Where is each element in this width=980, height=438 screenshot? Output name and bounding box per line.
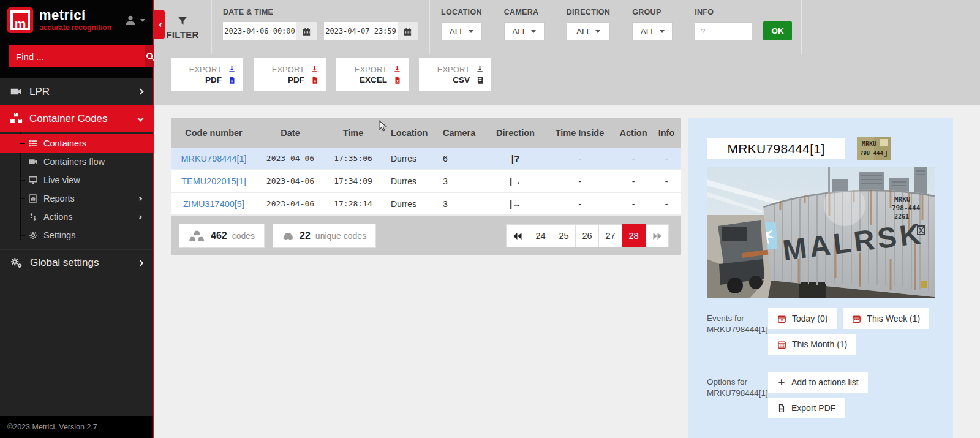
chevron-left-icon <box>158 22 162 26</box>
sidebar-item-containers[interactable]: Containers <box>0 134 153 153</box>
sidebar-item-label: Actions <box>43 212 73 222</box>
camera-select[interactable]: ALL <box>504 22 545 40</box>
user-menu[interactable] <box>124 13 145 27</box>
version-text: ©2023 Metrici. Version 2.7 <box>0 416 153 438</box>
sidebar-item-reports[interactable]: Reports <box>0 189 153 208</box>
table-header-row: Code number Date Time Location Camera Di… <box>171 118 681 148</box>
pagination-page-button[interactable]: 27 <box>599 224 622 247</box>
sidebar-item-actions[interactable]: Actions <box>0 208 153 226</box>
cell-action: - <box>615 154 652 164</box>
cell-camera: 3 <box>434 176 486 186</box>
sidebar-item-global-settings[interactable]: Global settings <box>0 249 153 276</box>
unique-codes-box: 22 unique codes <box>273 224 376 248</box>
sidebar-item-live-view[interactable]: Live view <box>0 171 153 189</box>
code-link[interactable]: TEMU202015[1] <box>181 176 246 186</box>
cell-camera: 6 <box>434 154 486 164</box>
pagination-first-button[interactable] <box>506 224 529 247</box>
col-header-direction[interactable]: Direction <box>486 128 545 138</box>
cell-location: Durres <box>382 199 434 209</box>
export-pdf-blue-button[interactable]: EXPORT PDF <box>171 58 243 91</box>
direction-group: DIRECTION ALL <box>556 0 621 54</box>
total-codes-label: codes <box>232 231 255 241</box>
chevron-right-icon <box>138 89 144 95</box>
camera-group: CAMERA ALL <box>493 0 556 54</box>
gears-icon <box>10 256 23 270</box>
pagination-last-button[interactable] <box>646 224 669 247</box>
options-section: Options for MRKU798444[1] Add to actions… <box>707 372 935 418</box>
pagination-page-button-active[interactable]: 28 <box>622 224 646 247</box>
export-label: EXPORT <box>437 65 470 74</box>
unique-codes-label: unique codes <box>315 231 366 241</box>
options-label: Options for MRKU798444[1] <box>707 372 768 418</box>
sidebar-item-lpr[interactable]: LPR <box>0 78 153 105</box>
info-input[interactable] <box>695 22 752 40</box>
export-pdf-button[interactable]: Export PDF <box>768 398 845 418</box>
col-header-code[interactable]: Code number <box>171 128 257 138</box>
sidebar-item-container-codes[interactable]: Container Codes <box>0 105 153 132</box>
brand-tagline: accurate recognition <box>39 23 111 32</box>
table-row[interactable]: TEMU202015[1] 2023-04-06 17:34:09 Durres… <box>171 170 681 193</box>
date-from-input[interactable] <box>223 22 296 40</box>
sidebar-item-containers-flow[interactable]: Containers flow <box>0 153 153 171</box>
pagination-page-button[interactable]: 26 <box>576 224 599 247</box>
download-icon <box>475 65 484 74</box>
pagination: 24 25 26 27 28 <box>506 224 669 247</box>
calendar-icon <box>302 27 311 36</box>
cell-info: - <box>652 199 681 209</box>
col-header-camera[interactable]: Camera <box>434 128 486 138</box>
sidebar-item-settings[interactable]: Settings <box>0 226 153 244</box>
code-link[interactable]: ZIMU317400[5] <box>183 199 244 209</box>
calendar-button[interactable] <box>296 22 317 40</box>
add-to-actions-button[interactable]: Add to actions list <box>768 372 868 393</box>
metrici-logo: m <box>7 7 33 33</box>
calendar-icon <box>403 27 412 36</box>
table-row[interactable]: MRKU798444[1] 2023-04-06 17:35:06 Durres… <box>171 148 681 170</box>
code-crop-thumbnail[interactable]: MRKU 798 444 <box>858 137 891 160</box>
cell-time: 17:35:06 <box>324 154 382 163</box>
export-pdf-red-button[interactable]: EXPORT PDF <box>254 58 326 91</box>
col-header-time[interactable]: Time <box>324 128 382 138</box>
code-link[interactable]: MRKU798444[1] <box>181 154 246 164</box>
sidebar-collapse-toggle[interactable] <box>154 10 165 39</box>
col-header-time-inside[interactable]: Time Inside <box>545 128 615 138</box>
group-select[interactable]: ALL <box>632 22 673 40</box>
container-photo[interactable]: MALRSK MRKU 798-444 22G1 <box>707 167 935 298</box>
pagination-page-button[interactable]: 25 <box>552 224 576 247</box>
ok-button[interactable]: OK <box>763 21 792 40</box>
gear-icon <box>28 230 38 240</box>
bar-chart-icon <box>28 194 38 203</box>
col-header-date[interactable]: Date <box>257 128 324 138</box>
sidebar-item-label: Container Codes <box>29 113 108 125</box>
events-today-button[interactable]: Today (0) <box>768 308 837 329</box>
camera-value: ALL <box>512 27 527 36</box>
videocam-icon <box>10 85 23 98</box>
export-format: CSV <box>437 75 470 85</box>
events-week-button[interactable]: This Week (1) <box>843 308 929 329</box>
search-input[interactable] <box>9 45 145 67</box>
cars-icon <box>189 230 206 242</box>
events-month-button[interactable]: This Month (1) <box>768 334 856 355</box>
export-csv-button[interactable]: EXPORT CSV <box>419 58 491 91</box>
calendar-month-icon <box>777 340 786 349</box>
direction-select[interactable]: ALL <box>567 22 610 40</box>
chevron-right-icon <box>138 214 142 219</box>
sidebar-item-label: LPR <box>29 86 50 98</box>
calendar-button[interactable] <box>398 22 418 40</box>
export-format: PDF <box>189 75 222 85</box>
user-icon <box>124 13 137 27</box>
caret-down-icon <box>140 19 145 22</box>
table-row[interactable]: ZIMU317400[5] 2023-04-06 17:28:14 Durres… <box>171 193 681 216</box>
location-select[interactable]: ALL <box>441 22 482 40</box>
caret-down-icon <box>595 30 600 33</box>
col-header-location[interactable]: Location <box>382 128 434 138</box>
col-header-action[interactable]: Action <box>615 128 652 138</box>
export-excel-button[interactable]: EXPORT EXCEL <box>336 58 409 91</box>
cell-camera: 3 <box>434 199 486 209</box>
pagination-page-button[interactable]: 24 <box>529 224 552 247</box>
double-arrow-left-icon <box>513 233 522 240</box>
caret-down-icon <box>660 30 665 33</box>
sidebar-nav: LPR Container Codes Cont <box>0 78 153 276</box>
detail-panel: MRKU798444[1] MRKU 798 444 <box>688 118 953 438</box>
col-header-info[interactable]: Info <box>652 128 681 138</box>
date-to-input[interactable] <box>324 22 398 40</box>
